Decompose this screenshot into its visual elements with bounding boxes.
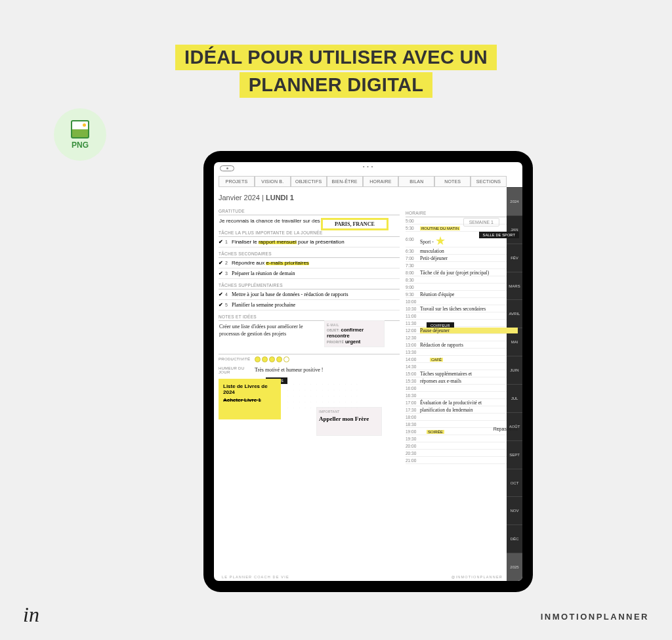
schedule-row: 19:30 bbox=[406, 435, 518, 442]
dot-grid: · · · · · · · · · · · · ·· · · · · · · ·… bbox=[287, 381, 360, 411]
side-tab[interactable]: NOV bbox=[507, 496, 522, 524]
schedule-row: 16:00 bbox=[406, 385, 518, 392]
schedule-row: 13:30 bbox=[406, 349, 518, 356]
schedule-row: 20:30 bbox=[406, 450, 518, 457]
side-tab[interactable]: AVRIL bbox=[507, 299, 522, 328]
check-icon[interactable]: ✔ bbox=[219, 302, 225, 308]
schedule-row: 8:00Tâche clé du jour (projet principal) bbox=[406, 269, 518, 276]
left-column: Janvier 2024 | LUNDI 1 PARIS, FRANCE GRA… bbox=[219, 187, 404, 581]
side-tab[interactable]: 2025 bbox=[507, 553, 522, 581]
sticky-note: Liste de Livres de 2024 Acheter Livre 1 bbox=[219, 379, 281, 419]
schedule-row: 12:00Pause déjeuner bbox=[406, 327, 518, 334]
task-row: ✔4Mettre à jour la base de données - réd… bbox=[219, 289, 400, 300]
side-tab[interactable]: OCT bbox=[507, 469, 522, 497]
schedule-row: 8:30 bbox=[406, 276, 518, 284]
toolbar-icon[interactable] bbox=[220, 165, 234, 171]
check-icon[interactable]: ✔ bbox=[219, 260, 225, 266]
tab[interactable]: OBJECTIFS bbox=[291, 176, 327, 187]
task-row: ✔2Répondre aux e-mails prioritaires bbox=[219, 258, 400, 268]
check-icon[interactable]: ✔ bbox=[219, 270, 225, 276]
schedule-row: 13:00Rédaction de rapports bbox=[406, 341, 518, 349]
tab[interactable]: NOTES bbox=[434, 176, 471, 187]
side-tab[interactable]: SEPT bbox=[507, 440, 522, 469]
schedule-row: 11:00 bbox=[406, 312, 518, 320]
side-tab[interactable]: 2024 bbox=[507, 187, 522, 215]
schedule-row: 17:00Évaluation de la productivité et bbox=[406, 399, 518, 406]
productivity-rating: PRODUCTIVITÉ bbox=[219, 354, 400, 364]
top-tabs: PROJETSVISION B.OBJECTIFSBIEN-ÊTREHORAIR… bbox=[219, 176, 507, 187]
schedule-row: 5:00 bbox=[406, 217, 518, 224]
task-row: ✔5Planifier la semaine prochaine bbox=[219, 300, 400, 310]
schedule-row: 6:00Sport - ★SALLE DE SPORT bbox=[406, 232, 518, 247]
sect-gratitude: GRATITUDE bbox=[219, 205, 400, 215]
headline: IDÉAL POUR UTILISER AVEC UN PLANNER DIGI… bbox=[0, 0, 672, 100]
schedule: 5:005:30ROUTINE DU MATIN6:00Sport - ★SAL… bbox=[406, 217, 518, 464]
schedule-row: 17:30planification du lendemain bbox=[406, 406, 518, 414]
sect-supplementary: TÂCHES SUPPLÉMENTAIRES bbox=[219, 279, 400, 289]
image-file-icon bbox=[71, 120, 89, 139]
tab[interactable]: BILAN bbox=[398, 176, 434, 187]
schedule-row: 20:00 bbox=[406, 442, 518, 450]
schedule-row: 9:30Réunion d'équipe bbox=[406, 291, 518, 298]
schedule-row: 16:30 bbox=[406, 392, 518, 399]
planner-page: 2024JANFÉVMARSAVRILMAIJUINJULAOÛTSEPTOCT… bbox=[214, 187, 522, 581]
check-icon[interactable]: ✔ bbox=[219, 239, 225, 245]
task-row: ✔3Préparer la réunion de demain bbox=[219, 268, 400, 279]
tab[interactable]: PROJETS bbox=[219, 176, 255, 187]
tablet-frame: • • • PROJETSVISION B.OBJECTIFSBIEN-ÊTRE… bbox=[203, 151, 533, 592]
drag-handle-icon[interactable]: • • • bbox=[214, 162, 522, 169]
check-icon[interactable]: ✔ bbox=[219, 291, 225, 297]
schedule-row: 15:00Tâches supplémentaires et bbox=[406, 370, 518, 377]
headline-line1: IDÉAL POUR UTILISER AVEC UN bbox=[175, 45, 497, 70]
schedule-row: 7:00Petit-déjeuner bbox=[406, 255, 518, 262]
schedule-row: 12:30 bbox=[406, 334, 518, 341]
tablet-screen: • • • PROJETSVISION B.OBJECTIFSBIEN-ÊTRE… bbox=[214, 162, 522, 581]
sect-notes: NOTES ET IDÉES bbox=[219, 310, 400, 321]
schedule-row: 9:00 bbox=[406, 284, 518, 291]
schedule-row: 11:30COIFFEUR bbox=[406, 320, 518, 327]
page-date: Janvier 2024 | LUNDI 1 bbox=[219, 187, 400, 205]
tab[interactable]: HORAIRE bbox=[363, 176, 399, 187]
sect-secondary: TÂCHES SECONDAIRES bbox=[219, 247, 400, 258]
tab[interactable]: VISION B. bbox=[255, 176, 291, 187]
schedule-row: 14:30 bbox=[406, 363, 518, 370]
schedule-row: 15:30réponses aux e-mails bbox=[406, 377, 518, 385]
page-footer: LE PLANNER COACH DE VIE@INMOTIONPLANNER bbox=[222, 575, 503, 579]
mood-row: HUMEUR DU JOURTrès motivé et humeur posi… bbox=[219, 364, 400, 376]
schedule-row: 6:30musculation bbox=[406, 247, 518, 255]
schedule-row: 21:00 bbox=[406, 457, 518, 464]
schedule-row: 18:00 bbox=[406, 414, 518, 421]
schedule-row: 5:30ROUTINE DU MATIN bbox=[406, 224, 518, 232]
task-row: ✔1Finaliser le rapport mensuel pour la p… bbox=[219, 237, 400, 247]
brand-text: INMOTIONPLANNER bbox=[541, 612, 649, 622]
email-card: E-MAIL OBJET: confirmer rencontre PRIORI… bbox=[324, 320, 385, 347]
schedule-row: 7:30 bbox=[406, 262, 518, 269]
notes-text: Créer une liste d'idées pour améliorer l… bbox=[219, 321, 310, 339]
tab[interactable]: BIEN-ÊTRE bbox=[327, 176, 363, 187]
schedule-row: 14:00CAFÉ bbox=[406, 356, 518, 363]
sect-horaire: HORAIRE bbox=[406, 207, 518, 217]
schedule-row: 19:00SOIRÉERepas Amis bbox=[406, 428, 518, 435]
schedule-row: 10:00 bbox=[406, 298, 518, 305]
png-label: PNG bbox=[72, 140, 89, 150]
location-box: PARIS, FRANCE bbox=[321, 218, 388, 230]
right-column: SEMAINE 1 HORAIRE 5:005:30ROUTINE DU MAT… bbox=[404, 187, 518, 581]
png-badge: PNG bbox=[54, 108, 106, 161]
headline-line2: PLANNER DIGITAL bbox=[240, 72, 433, 98]
side-tab[interactable]: DÉC bbox=[507, 524, 522, 553]
schedule-row: 10:30Travail sur les tâches secondaires bbox=[406, 305, 518, 312]
brand-logo: in bbox=[23, 603, 39, 627]
tab[interactable]: SECTIONS bbox=[471, 176, 507, 187]
